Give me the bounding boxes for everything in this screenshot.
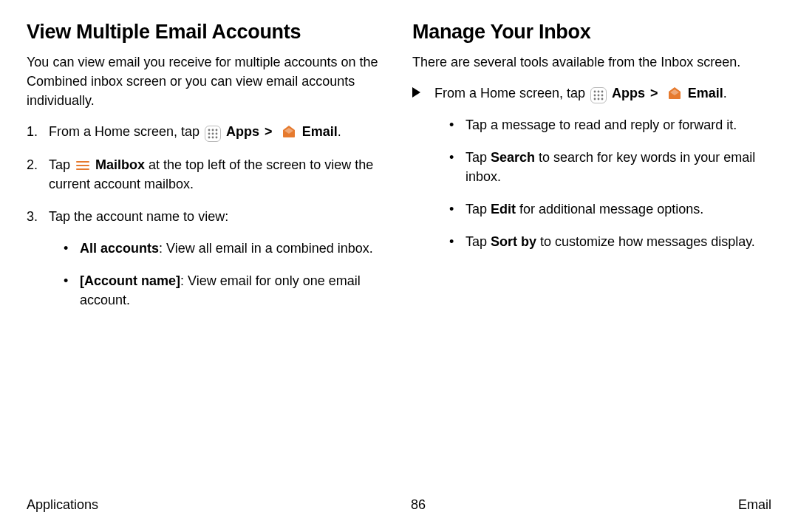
svg-point-17 bbox=[601, 95, 604, 97]
svg-point-20 bbox=[601, 98, 604, 100]
step2-pre: Tap bbox=[49, 157, 74, 172]
page-footer: Applications 86 Email bbox=[27, 497, 771, 513]
b3-post: for additional message options. bbox=[516, 202, 703, 216]
b4-pre: Tap bbox=[466, 234, 491, 249]
svg-point-1 bbox=[212, 129, 214, 132]
heading-view-multiple: View Multiple Email Accounts bbox=[27, 21, 386, 44]
right-column: Manage Your Inbox There are several tool… bbox=[412, 21, 771, 323]
step3-sublist: All accounts: View all email in a combin… bbox=[49, 239, 386, 310]
svg-point-19 bbox=[598, 98, 600, 100]
sub1-bold: All accounts bbox=[80, 241, 159, 256]
b2-bold: Search bbox=[491, 150, 535, 165]
svg-point-16 bbox=[598, 95, 600, 97]
email-icon bbox=[281, 123, 297, 140]
lead-post: . bbox=[723, 86, 727, 100]
lead-step: From a Home screen, tap Apps > Email. Ta… bbox=[412, 83, 771, 251]
bullet-search: Tap Search to search for key words in yo… bbox=[449, 148, 771, 186]
step-3: Tap the account name to view: All accoun… bbox=[27, 207, 386, 309]
b1-text: Tap a message to read and reply or forwa… bbox=[466, 117, 737, 132]
intro-right: There are several tools available from t… bbox=[412, 52, 771, 72]
bullet-read: Tap a message to read and reply or forwa… bbox=[449, 115, 771, 134]
svg-point-12 bbox=[594, 91, 596, 93]
svg-point-3 bbox=[208, 133, 211, 135]
step-2: Tap Mailbox at the top left of the scree… bbox=[27, 155, 386, 194]
sub1-post: : View all email in a combined inbox. bbox=[159, 241, 373, 256]
apps-icon bbox=[205, 126, 221, 142]
sub-all-accounts: All accounts: View all email in a combin… bbox=[64, 239, 386, 258]
step3-text: Tap the account name to view: bbox=[49, 209, 228, 224]
step1-email-label: Email bbox=[302, 124, 338, 139]
svg-point-7 bbox=[212, 137, 214, 139]
email-icon bbox=[666, 85, 683, 101]
bullet-sort: Tap Sort by to customize how messages di… bbox=[449, 232, 771, 251]
footer-right: Email bbox=[738, 497, 771, 513]
b4-bold: Sort by bbox=[491, 234, 536, 249]
step1-post: . bbox=[338, 124, 341, 139]
step2-mailbox-label: Mailbox bbox=[95, 157, 145, 172]
svg-point-2 bbox=[216, 129, 218, 132]
b4-post: to customize how messages display. bbox=[536, 234, 755, 249]
svg-point-8 bbox=[216, 137, 218, 139]
footer-left: Applications bbox=[27, 497, 98, 513]
bullet-edit: Tap Edit for additional message options. bbox=[449, 200, 771, 219]
step1-sep: > bbox=[259, 124, 278, 139]
left-column: View Multiple Email Accounts You can vie… bbox=[27, 21, 386, 323]
svg-point-18 bbox=[594, 98, 596, 100]
step-1: From a Home screen, tap Apps > Email. bbox=[27, 122, 386, 142]
mailbox-icon bbox=[75, 159, 90, 172]
b3-bold: Edit bbox=[491, 202, 516, 216]
steps-list: From a Home screen, tap Apps > Email. Ta… bbox=[27, 122, 386, 310]
svg-point-14 bbox=[601, 91, 604, 93]
svg-point-13 bbox=[598, 91, 600, 93]
apps-icon bbox=[590, 87, 607, 103]
svg-point-0 bbox=[208, 129, 211, 132]
svg-point-5 bbox=[216, 133, 218, 135]
svg-point-4 bbox=[212, 133, 214, 135]
b3-pre: Tap bbox=[466, 202, 491, 216]
sub2-bold: [Account name] bbox=[80, 273, 180, 288]
step1-apps-label: Apps bbox=[226, 124, 259, 139]
heading-manage-inbox: Manage Your Inbox bbox=[412, 21, 771, 44]
lead-sep: > bbox=[645, 86, 664, 100]
lead-pre: From a Home screen, tap bbox=[434, 86, 589, 100]
footer-page-number: 86 bbox=[411, 497, 426, 513]
lead-email-label: Email bbox=[688, 86, 723, 100]
intro-left: You can view email you receive for multi… bbox=[27, 52, 386, 110]
b2-pre: Tap bbox=[466, 150, 491, 165]
sub-account-name: [Account name]: View email for only one … bbox=[64, 271, 386, 310]
lead-apps-label: Apps bbox=[612, 86, 645, 100]
step1-pre: From a Home screen, tap bbox=[49, 124, 203, 139]
svg-point-15 bbox=[594, 95, 596, 97]
inbox-tools-list: Tap a message to read and reply or forwa… bbox=[434, 115, 771, 251]
svg-point-6 bbox=[208, 137, 211, 139]
